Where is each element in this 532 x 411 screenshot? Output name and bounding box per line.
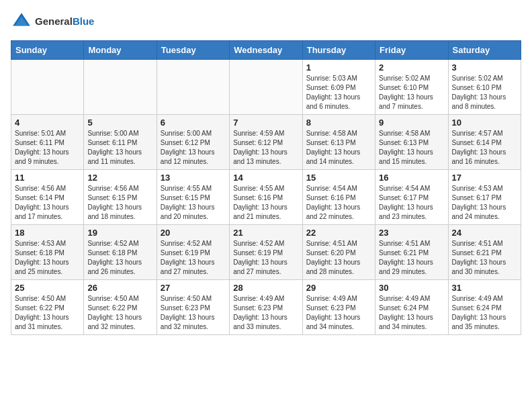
calendar-cell: 13Sunrise: 4:55 AM Sunset: 6:15 PM Dayli…: [157, 170, 229, 225]
calendar-cell: 26Sunrise: 4:50 AM Sunset: 6:22 PM Dayli…: [84, 280, 157, 335]
day-info: Sunrise: 4:52 AM Sunset: 6:18 PM Dayligh…: [87, 239, 152, 277]
day-info: Sunrise: 5:00 AM Sunset: 6:11 PM Dayligh…: [87, 129, 152, 167]
week-row-3: 11Sunrise: 4:56 AM Sunset: 6:14 PM Dayli…: [11, 170, 521, 225]
day-info: Sunrise: 4:56 AM Sunset: 6:15 PM Dayligh…: [87, 184, 152, 222]
day-number: 5: [87, 118, 152, 128]
day-number: 14: [233, 173, 298, 183]
calendar-cell: [230, 60, 302, 115]
calendar-cell: 28Sunrise: 4:49 AM Sunset: 6:23 PM Dayli…: [230, 280, 302, 335]
calendar-cell: 4Sunrise: 5:01 AM Sunset: 6:11 PM Daylig…: [11, 115, 84, 170]
week-row-1: 1Sunrise: 5:03 AM Sunset: 6:09 PM Daylig…: [11, 60, 521, 115]
day-info: Sunrise: 4:49 AM Sunset: 6:24 PM Dayligh…: [379, 294, 444, 332]
calendar-cell: 25Sunrise: 4:50 AM Sunset: 6:22 PM Dayli…: [11, 280, 84, 335]
day-number: 25: [15, 283, 80, 293]
day-number: 16: [379, 173, 444, 183]
calendar-cell: 12Sunrise: 4:56 AM Sunset: 6:15 PM Dayli…: [84, 170, 157, 225]
day-info: Sunrise: 4:50 AM Sunset: 6:23 PM Dayligh…: [161, 294, 226, 332]
calendar-cell: [84, 60, 157, 115]
day-info: Sunrise: 4:55 AM Sunset: 6:16 PM Dayligh…: [233, 184, 298, 222]
day-number: 13: [161, 173, 226, 183]
day-info: Sunrise: 4:53 AM Sunset: 6:17 PM Dayligh…: [452, 184, 517, 222]
calendar-cell: 7Sunrise: 4:59 AM Sunset: 6:12 PM Daylig…: [230, 115, 302, 170]
calendar-cell: 14Sunrise: 4:55 AM Sunset: 6:16 PM Dayli…: [230, 170, 302, 225]
day-number: 28: [233, 283, 298, 293]
weekday-header-saturday: Saturday: [448, 41, 521, 60]
day-number: 29: [306, 283, 371, 293]
day-number: 3: [452, 62, 517, 73]
day-info: Sunrise: 4:52 AM Sunset: 6:19 PM Dayligh…: [233, 239, 298, 277]
day-info: Sunrise: 4:50 AM Sunset: 6:22 PM Dayligh…: [87, 294, 152, 332]
calendar-cell: 10Sunrise: 4:57 AM Sunset: 6:14 PM Dayli…: [448, 115, 521, 170]
day-info: Sunrise: 4:52 AM Sunset: 6:19 PM Dayligh…: [161, 239, 226, 277]
day-number: 27: [161, 283, 226, 293]
calendar-cell: 18Sunrise: 4:53 AM Sunset: 6:18 PM Dayli…: [11, 225, 84, 280]
calendar-cell: 31Sunrise: 4:49 AM Sunset: 6:24 PM Dayli…: [448, 280, 521, 335]
calendar-cell: 9Sunrise: 4:58 AM Sunset: 6:13 PM Daylig…: [375, 115, 448, 170]
day-info: Sunrise: 4:50 AM Sunset: 6:22 PM Dayligh…: [15, 294, 80, 332]
day-info: Sunrise: 4:49 AM Sunset: 6:23 PM Dayligh…: [233, 294, 298, 332]
day-info: Sunrise: 4:51 AM Sunset: 6:20 PM Dayligh…: [306, 239, 371, 277]
day-number: 4: [15, 118, 80, 128]
day-number: 30: [379, 283, 444, 293]
calendar-cell: 2Sunrise: 5:02 AM Sunset: 6:10 PM Daylig…: [375, 60, 448, 115]
calendar-cell: 16Sunrise: 4:54 AM Sunset: 6:17 PM Dayli…: [375, 170, 448, 225]
calendar-cell: 11Sunrise: 4:56 AM Sunset: 6:14 PM Dayli…: [11, 170, 84, 225]
day-info: Sunrise: 4:51 AM Sunset: 6:21 PM Dayligh…: [452, 239, 517, 277]
week-row-5: 25Sunrise: 4:50 AM Sunset: 6:22 PM Dayli…: [11, 280, 521, 335]
calendar-cell: 15Sunrise: 4:54 AM Sunset: 6:16 PM Dayli…: [302, 170, 375, 225]
calendar-table: SundayMondayTuesdayWednesdayThursdayFrid…: [11, 40, 521, 335]
page-header: GeneralBlue: [11, 11, 521, 32]
calendar-cell: 5Sunrise: 5:00 AM Sunset: 6:11 PM Daylig…: [84, 115, 157, 170]
day-number: 23: [379, 228, 444, 238]
day-number: 26: [87, 283, 152, 293]
weekday-header-tuesday: Tuesday: [157, 41, 229, 60]
calendar-cell: 3Sunrise: 5:02 AM Sunset: 6:10 PM Daylig…: [448, 60, 521, 115]
day-info: Sunrise: 5:02 AM Sunset: 6:10 PM Dayligh…: [379, 74, 444, 111]
calendar-cell: [157, 60, 229, 115]
day-number: 8: [306, 118, 371, 128]
weekday-header-sunday: Sunday: [11, 41, 84, 60]
calendar-cell: 29Sunrise: 4:49 AM Sunset: 6:23 PM Dayli…: [302, 280, 375, 335]
calendar-cell: 27Sunrise: 4:50 AM Sunset: 6:23 PM Dayli…: [157, 280, 229, 335]
day-number: 22: [306, 228, 371, 238]
day-number: 20: [161, 228, 226, 238]
calendar-cell: 6Sunrise: 5:00 AM Sunset: 6:12 PM Daylig…: [157, 115, 229, 170]
day-number: 12: [87, 173, 152, 183]
weekday-header-monday: Monday: [84, 41, 157, 60]
calendar-cell: 22Sunrise: 4:51 AM Sunset: 6:20 PM Dayli…: [302, 225, 375, 280]
day-info: Sunrise: 4:57 AM Sunset: 6:14 PM Dayligh…: [452, 129, 517, 167]
calendar-cell: 24Sunrise: 4:51 AM Sunset: 6:21 PM Dayli…: [448, 225, 521, 280]
day-info: Sunrise: 4:49 AM Sunset: 6:23 PM Dayligh…: [306, 294, 371, 332]
calendar-cell: [11, 60, 84, 115]
logo-text: GeneralBlue: [35, 15, 94, 28]
weekday-header-row: SundayMondayTuesdayWednesdayThursdayFrid…: [11, 41, 521, 60]
day-info: Sunrise: 4:53 AM Sunset: 6:18 PM Dayligh…: [15, 239, 80, 277]
week-row-2: 4Sunrise: 5:01 AM Sunset: 6:11 PM Daylig…: [11, 115, 521, 170]
logo-icon: [11, 11, 32, 32]
day-info: Sunrise: 4:58 AM Sunset: 6:13 PM Dayligh…: [306, 129, 371, 167]
day-info: Sunrise: 5:03 AM Sunset: 6:09 PM Dayligh…: [306, 74, 371, 111]
day-info: Sunrise: 4:55 AM Sunset: 6:15 PM Dayligh…: [161, 184, 226, 222]
day-number: 19: [87, 228, 152, 238]
day-info: Sunrise: 4:59 AM Sunset: 6:12 PM Dayligh…: [233, 129, 298, 167]
weekday-header-friday: Friday: [375, 41, 448, 60]
day-number: 7: [233, 118, 298, 128]
logo: GeneralBlue: [11, 11, 94, 32]
calendar-cell: 20Sunrise: 4:52 AM Sunset: 6:19 PM Dayli…: [157, 225, 229, 280]
day-info: Sunrise: 5:01 AM Sunset: 6:11 PM Dayligh…: [15, 129, 80, 167]
day-number: 15: [306, 173, 371, 183]
day-info: Sunrise: 4:58 AM Sunset: 6:13 PM Dayligh…: [379, 129, 444, 167]
day-info: Sunrise: 4:49 AM Sunset: 6:24 PM Dayligh…: [452, 294, 517, 332]
calendar-cell: 23Sunrise: 4:51 AM Sunset: 6:21 PM Dayli…: [375, 225, 448, 280]
day-info: Sunrise: 5:00 AM Sunset: 6:12 PM Dayligh…: [161, 129, 226, 167]
day-number: 24: [452, 228, 517, 238]
week-row-4: 18Sunrise: 4:53 AM Sunset: 6:18 PM Dayli…: [11, 225, 521, 280]
day-number: 9: [379, 118, 444, 128]
day-info: Sunrise: 4:51 AM Sunset: 6:21 PM Dayligh…: [379, 239, 444, 277]
day-number: 17: [452, 173, 517, 183]
calendar-cell: 8Sunrise: 4:58 AM Sunset: 6:13 PM Daylig…: [302, 115, 375, 170]
day-number: 6: [161, 118, 226, 128]
weekday-header-thursday: Thursday: [302, 41, 375, 60]
day-number: 31: [452, 283, 517, 293]
day-number: 18: [15, 228, 80, 238]
